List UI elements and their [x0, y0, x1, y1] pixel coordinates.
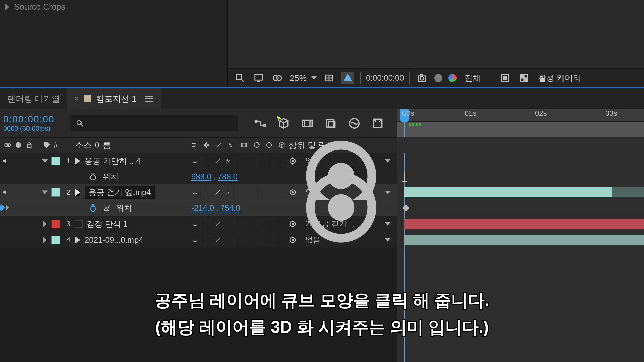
- layer-name[interactable]: 응공 걷기 옆.mp4: [85, 186, 155, 199]
- tab-composition[interactable]: × 컴포지션 1: [67, 88, 161, 109]
- tab-render-queue[interactable]: 렌더링 대기열: [0, 88, 67, 109]
- property-value-y[interactable]: 754.0: [220, 203, 240, 213]
- expand-icon[interactable]: [43, 221, 47, 227]
- cti-line[interactable]: [404, 122, 405, 137]
- current-time[interactable]: 0:00:00:00: [3, 114, 70, 125]
- expand-icon[interactable]: [42, 159, 48, 163]
- preview-timecode[interactable]: 0:00:00:00: [360, 72, 410, 84]
- quality-switch[interactable]: [212, 156, 223, 166]
- property-value-x[interactable]: 988.0: [191, 172, 211, 181]
- current-time-box[interactable]: 0:00:00:00 0000 (60.00fps): [0, 114, 70, 132]
- quality-switch[interactable]: [212, 219, 223, 229]
- collapse-switch-header-icon[interactable]: [202, 140, 211, 150]
- collapse-switch[interactable]: [201, 219, 212, 229]
- motionblur-switch[interactable]: [246, 156, 258, 166]
- mask-path-icon[interactable]: [341, 72, 354, 84]
- snapshot-icon[interactable]: [416, 72, 428, 84]
- collapse-switch[interactable]: [201, 235, 212, 245]
- zoom-select[interactable]: 25%: [290, 73, 317, 83]
- magnify-icon[interactable]: [233, 72, 246, 84]
- keyframe-diamond-icon[interactable]: [0, 204, 5, 211]
- audio-icon[interactable]: [2, 157, 9, 165]
- track-row[interactable]: [397, 200, 644, 216]
- stopwatch-icon[interactable]: [89, 204, 97, 213]
- motionblur-switch[interactable]: [246, 219, 258, 229]
- search-input[interactable]: [87, 119, 233, 128]
- layer-search[interactable]: [70, 115, 238, 131]
- property-value-y[interactable]: 788.0: [218, 172, 238, 181]
- shy-switch[interactable]: [189, 219, 201, 229]
- motionblur-switch[interactable]: [246, 235, 258, 245]
- resolution-select[interactable]: 전체: [463, 73, 493, 83]
- fx-switch-header-icon[interactable]: fx: [227, 140, 236, 150]
- layer-name[interactable]: 응공 가만히 ...4: [85, 156, 141, 166]
- keyframe-icon[interactable]: [402, 205, 409, 212]
- transparency-grid-icon[interactable]: [518, 72, 530, 84]
- fx-switch[interactable]: fx: [223, 156, 235, 166]
- frameblend-switch[interactable]: [235, 156, 246, 166]
- 3d-switch[interactable]: [269, 187, 280, 197]
- layer-bar[interactable]: [404, 235, 644, 245]
- layer-name[interactable]: 2021-09...0.mp4: [85, 235, 143, 245]
- label-chip[interactable]: [51, 236, 60, 244]
- label-header-icon[interactable]: [43, 141, 50, 149]
- solo-header-icon[interactable]: [15, 141, 22, 149]
- twirl-icon[interactable]: [5, 4, 9, 10]
- project-item[interactable]: Source Crops: [0, 0, 227, 14]
- eye-header-icon[interactable]: [4, 141, 11, 149]
- collapse-switch[interactable]: [201, 187, 212, 197]
- fx-switch[interactable]: fx: [223, 187, 235, 197]
- quality-switch-header-icon[interactable]: [214, 140, 224, 150]
- 3d-switch[interactable]: [269, 235, 280, 245]
- adjust-switch[interactable]: [258, 235, 269, 245]
- expression-pickwhip-icon[interactable]: [288, 254, 394, 261]
- layer-bar-out[interactable]: [612, 187, 644, 197]
- label-chip[interactable]: [51, 188, 60, 197]
- track-row[interactable]: [397, 153, 644, 169]
- expand-icon[interactable]: [43, 237, 47, 243]
- 3d-switch[interactable]: [269, 219, 280, 229]
- adjustlayer-switch-header-icon[interactable]: [265, 140, 274, 150]
- adjust-switch[interactable]: [258, 156, 269, 166]
- layer-bar[interactable]: [404, 219, 644, 229]
- quality-switch[interactable]: [212, 235, 223, 245]
- monitor-icon[interactable]: [252, 72, 265, 84]
- label-chip[interactable]: [51, 157, 60, 165]
- quality-switch[interactable]: [212, 187, 223, 197]
- lock-header-icon[interactable]: [25, 141, 33, 149]
- frameblend-switch[interactable]: [235, 219, 246, 229]
- shy-switch[interactable]: [189, 187, 201, 197]
- frameblend-switch[interactable]: [235, 187, 246, 197]
- track-row[interactable]: [397, 184, 644, 200]
- label-chip[interactable]: [51, 220, 60, 228]
- expand-icon[interactable]: [42, 190, 48, 194]
- layer-name[interactable]: 검정 단색 1: [87, 219, 128, 229]
- time-ruler[interactable]: 00s 01s 02s 03s: [397, 109, 644, 137]
- 3d-switch-header-icon[interactable]: [277, 140, 287, 150]
- 3d-switch[interactable]: [269, 156, 280, 166]
- shy-switch[interactable]: [189, 156, 201, 166]
- keyframe-nav[interactable]: [0, 205, 9, 210]
- next-keyframe-icon[interactable]: [6, 205, 9, 210]
- collapse-switch[interactable]: [201, 156, 212, 166]
- track-row[interactable]: [397, 232, 644, 248]
- property-value-x[interactable]: -214.0: [191, 203, 214, 213]
- adjust-switch[interactable]: [258, 187, 269, 197]
- graph-icon[interactable]: [103, 204, 111, 212]
- audio-icon[interactable]: [2, 189, 9, 196]
- panel-menu-icon[interactable]: [145, 96, 153, 102]
- motionblur-switch-header-icon[interactable]: [252, 140, 262, 150]
- mask-toggle-icon[interactable]: [271, 72, 284, 84]
- stopwatch-icon[interactable]: [89, 172, 97, 181]
- source-name-header[interactable]: 소스 이름: [75, 140, 189, 151]
- fx-switch[interactable]: [223, 235, 235, 245]
- adjust-switch[interactable]: [258, 219, 269, 229]
- camera-select[interactable]: 활성 카메라: [536, 73, 583, 83]
- fx-switch[interactable]: [223, 219, 235, 229]
- comp-flowchart-icon[interactable]: [253, 116, 268, 131]
- track-row[interactable]: [397, 216, 644, 232]
- shy-switch[interactable]: [189, 235, 201, 245]
- layer-bar[interactable]: [404, 187, 612, 197]
- shy-switch-header-icon[interactable]: [189, 140, 199, 150]
- safe-zones-icon[interactable]: [323, 72, 335, 84]
